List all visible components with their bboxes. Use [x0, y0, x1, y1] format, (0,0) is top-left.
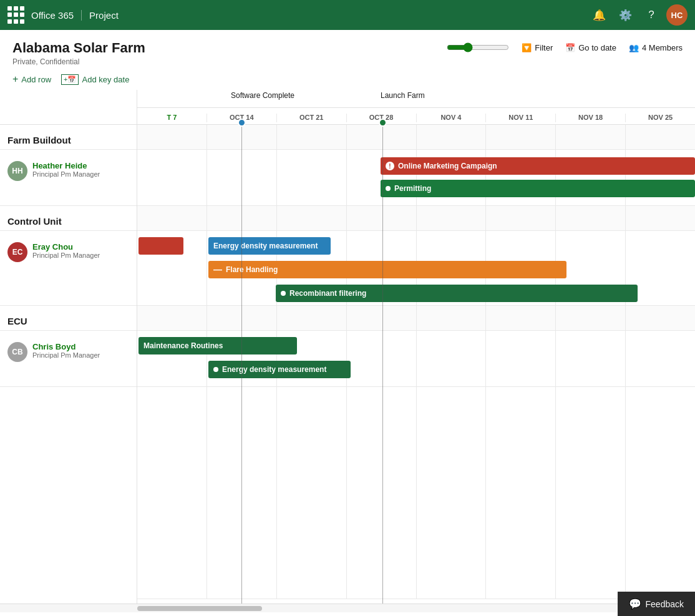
plus-icon: +	[12, 74, 18, 85]
timeline-dates: T 7 OCT 14 OCT 21 OCT 28 NOV 4 NOV 11 NO…	[137, 107, 695, 125]
avatar[interactable]: HC	[666, 4, 688, 26]
apps-icon[interactable]	[7, 6, 25, 24]
dot-icon-3	[213, 367, 218, 372]
bell-icon[interactable]: 🔔	[588, 4, 610, 26]
section-title-ecu: ECU	[0, 306, 137, 331]
add-row-button[interactable]: + Add row	[12, 74, 51, 85]
left-panel: Farm Buildout HH Heather Heide Principal…	[0, 90, 137, 604]
gantt-header-cell	[626, 125, 695, 149]
brand-label[interactable]: Office 365	[31, 10, 82, 21]
scrollbar-thumb[interactable]	[137, 606, 262, 611]
milestone-line-launch	[382, 125, 383, 604]
gantt-header-cell	[277, 125, 347, 149]
gantt-row-ecu: Maintenance Routines Energy density meas…	[137, 331, 695, 387]
milestones-row: Software Complete Launch Farm	[137, 90, 695, 107]
bar-online-marketing[interactable]: ! Online Marketing Campaign	[381, 157, 695, 175]
bar-energy-density-ecu[interactable]: Energy density measurement	[208, 361, 351, 378]
gantt-right: Software Complete Launch Farm T 7 OCT 14…	[137, 90, 695, 604]
milestone-dot-software	[238, 119, 246, 127]
zoom-slider[interactable]	[447, 42, 509, 52]
bar-permitting[interactable]: Permitting	[381, 180, 695, 197]
bar-maintenance[interactable]: Maintenance Routines	[139, 337, 297, 354]
project-subtitle: Private, Confidential	[12, 57, 145, 66]
dash-icon: —	[213, 265, 222, 275]
date-nov25: NOV 25	[626, 114, 695, 122]
feedback-icon: 💬	[629, 598, 641, 610]
calendar-plus-icon: +📅	[61, 74, 79, 85]
section-title-control: Control Unit	[0, 206, 137, 231]
gantt-header-cell	[556, 125, 626, 149]
person-heather: HH Heather Heide Principal Pm Manager	[0, 150, 137, 206]
date-nov11: NOV 11	[486, 114, 556, 122]
filter-icon: 🔽	[522, 43, 532, 52]
add-key-date-button[interactable]: +📅 Add key date	[61, 74, 129, 85]
help-icon[interactable]: ?	[640, 4, 663, 26]
timeline-header: Software Complete Launch Farm T 7 OCT 14…	[137, 90, 695, 125]
gantt-section-header-farm	[137, 125, 695, 150]
gantt-header-cell	[347, 125, 417, 149]
date-nov4: NOV 4	[417, 114, 487, 122]
person-eray: EC Eray Chou Principal Pm Manager	[0, 231, 137, 306]
app-label: Project	[89, 10, 588, 21]
person-chris: CB Chris Boyd Principal Pm Manager	[0, 331, 137, 387]
bar-flare-handling[interactable]: — Flare Handling	[208, 261, 566, 278]
section-farm-buildout: Farm Buildout HH Heather Heide Principal…	[0, 125, 137, 206]
page-header: Alabama Solar Farm Private, Confidential…	[0, 30, 695, 71]
gantt-row-farm-buildout: ! Online Marketing Campaign Permitting	[137, 150, 695, 206]
avatar-eray: EC	[7, 242, 27, 262]
section-title-farm: Farm Buildout	[0, 125, 137, 150]
bar-energy-density-control[interactable]: Energy density measurement	[208, 237, 331, 255]
members-button[interactable]: 👥 4 Members	[629, 43, 683, 52]
gantt-header-cell	[486, 125, 556, 149]
gantt-header-cell	[137, 125, 207, 149]
exclaim-icon: !	[386, 162, 394, 170]
person-info-heather: Heather Heide Principal Pm Manager	[32, 161, 100, 178]
bar-recombinant[interactable]: Recombinant filtering	[276, 285, 638, 302]
goto-date-button[interactable]: 📅 Go to date	[565, 43, 616, 52]
project-info: Alabama Solar Farm Private, Confidential	[12, 40, 145, 66]
gantt-body: ! Online Marketing Campaign Permitting	[137, 125, 695, 604]
section-control-unit: Control Unit EC Eray Chou Principal Pm M…	[0, 206, 137, 306]
people-icon: 👥	[629, 43, 639, 52]
bar-control-red[interactable]	[139, 237, 183, 255]
gantt-row-control-unit: Energy density measurement — Flare Handl…	[137, 231, 695, 306]
nav-icons: 🔔 ⚙️ ? HC	[588, 4, 688, 26]
milestone-software-complete: Software Complete	[231, 91, 294, 100]
gantt-empty-area	[137, 387, 695, 599]
milestone-launch-farm: Launch Farm	[381, 91, 425, 100]
person-info-eray: Eray Chou Principal Pm Manager	[32, 242, 100, 259]
gantt-section-header-ecu	[137, 306, 695, 331]
calendar-icon: 📅	[565, 43, 575, 52]
avatar-chris: CB	[7, 342, 27, 362]
avatar-heather: HH	[7, 161, 27, 181]
gantt-wrapper: Farm Buildout HH Heather Heide Principal…	[0, 90, 695, 604]
date-nov18: NOV 18	[556, 114, 626, 122]
topnav: Office 365 Project 🔔 ⚙️ ? HC	[0, 0, 695, 30]
gantt-section-header-control	[137, 206, 695, 231]
toolbar: + Add row +📅 Add key date	[0, 71, 695, 90]
dot-icon	[386, 186, 391, 191]
milestone-line-software	[241, 125, 242, 604]
gantt-header-cell	[417, 125, 487, 149]
section-ecu: ECU CB Chris Boyd Principal Pm Manager	[0, 306, 137, 387]
feedback-button[interactable]: 💬 Feedback	[618, 592, 695, 616]
filter-button[interactable]: 🔽 Filter	[522, 43, 553, 52]
header-controls: 🔽 Filter 📅 Go to date 👥 4 Members	[447, 42, 683, 52]
date-oct21: OCT 21	[277, 114, 347, 122]
dot-icon-2	[281, 291, 286, 296]
milestone-dot-launch	[379, 119, 387, 127]
gear-icon[interactable]: ⚙️	[614, 4, 636, 26]
person-info-chris: Chris Boyd Principal Pm Manager	[32, 342, 100, 359]
page-title: Alabama Solar Farm	[12, 40, 145, 56]
date-oct7: T 7	[137, 114, 207, 122]
